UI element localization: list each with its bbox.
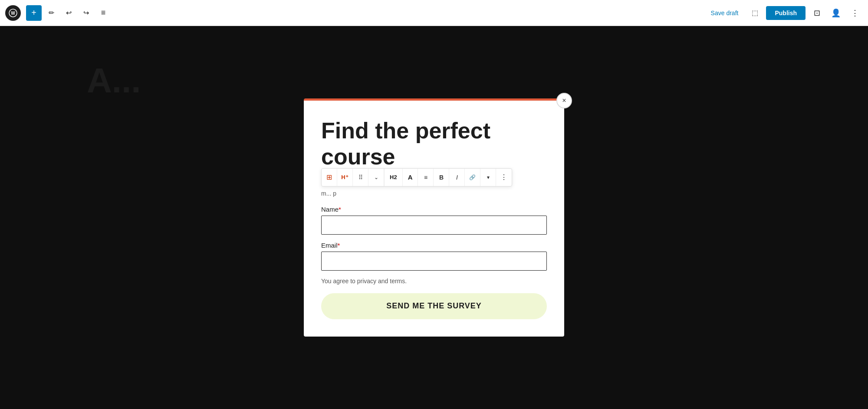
modal-title: Find the perfect course (321, 118, 547, 170)
three-dots-icon: ⋮ (500, 173, 507, 181)
modal-subtext: m... p (321, 190, 547, 197)
link-button[interactable]: 🔗 (465, 169, 480, 186)
preview-button[interactable]: ⬚ (747, 5, 763, 21)
align-icon: ≡ (424, 174, 427, 181)
name-input[interactable] (321, 216, 547, 235)
sidebar-toggle-button[interactable]: ⊡ (809, 5, 825, 21)
more-icon: ⋮ (851, 8, 859, 18)
block-drag-button[interactable]: ⠿ (353, 169, 368, 186)
plus-icon (31, 8, 36, 18)
modal-content: Find the perfect course ⊞ H⁺ ⠿ ⌄ (304, 101, 564, 337)
toolbar-right: Save draft ⬚ Publish ⊡ 👤 ⋮ (706, 5, 863, 21)
modal-close-button[interactable]: × (556, 93, 572, 108)
bold-icon: B (439, 174, 444, 181)
name-required: * (339, 206, 341, 213)
chevron-icon: ⌄ (374, 174, 378, 180)
block-move-button[interactable]: ⌄ (368, 169, 384, 186)
submit-button[interactable]: SEND ME THE SURVEY (321, 293, 547, 319)
embed-icon: ⊞ (326, 173, 332, 181)
email-input[interactable] (321, 252, 547, 271)
pen-icon: ✏ (49, 9, 54, 17)
svg-text:W: W (11, 11, 15, 16)
italic-button[interactable]: I (449, 169, 465, 186)
publish-button[interactable]: Publish (766, 6, 806, 20)
modal-overlay: × Find the perfect course ⊞ H⁺ (0, 26, 868, 409)
heading-icon: H⁺ (341, 174, 348, 180)
chevron-down-icon: ▾ (487, 174, 490, 180)
bold-button[interactable]: B (434, 169, 449, 186)
drag-icon: ⠿ (358, 174, 363, 181)
italic-icon: I (456, 174, 458, 181)
wordpress-logo: W (5, 5, 21, 21)
undo-icon: ↩ (66, 9, 72, 17)
heading-level-button[interactable]: H2 (384, 169, 403, 186)
avatar-icon: 👤 (831, 8, 841, 18)
block-embed-button[interactable]: ⊞ (322, 169, 337, 186)
user-avatar-button[interactable]: 👤 (828, 5, 844, 21)
more-options-button[interactable]: ⋮ (847, 5, 863, 21)
redo-button[interactable]: ↪ (78, 5, 94, 21)
editor-area: A... × Find the perfect course ⊞ (0, 26, 868, 409)
name-field-group: Name* (321, 206, 547, 235)
block-toolbar: ⊞ H⁺ ⠿ ⌄ H2 A ≡ (321, 168, 512, 187)
tools-button[interactable]: ✏ (43, 5, 59, 21)
email-field-group: Email* (321, 242, 547, 271)
link-icon: 🔗 (469, 174, 476, 180)
sidebar-icon: ⊡ (814, 8, 820, 18)
text-color-button[interactable]: A (403, 169, 418, 186)
text-align-button[interactable]: ≡ (418, 169, 434, 186)
toolbar-left: W ✏ ↩ ↪ ≡ (5, 5, 111, 21)
more-rich-text-button[interactable]: ▾ (480, 169, 496, 186)
preview-icon: ⬚ (752, 9, 758, 17)
undo-button[interactable]: ↩ (61, 5, 76, 21)
privacy-text: You agree to privacy and terms. (321, 278, 547, 285)
email-required: * (338, 242, 340, 249)
list-icon: ≡ (101, 8, 106, 17)
block-more-options-button[interactable]: ⋮ (496, 169, 512, 186)
name-label: Name* (321, 206, 547, 213)
save-draft-button[interactable]: Save draft (706, 7, 744, 19)
add-block-button[interactable] (26, 5, 42, 21)
email-label: Email* (321, 242, 547, 249)
block-type-button[interactable]: H⁺ (337, 169, 353, 186)
close-icon: × (562, 97, 566, 105)
top-toolbar: W ✏ ↩ ↪ ≡ Save draft ⬚ Publish ⊡ 👤 (0, 0, 868, 26)
form-modal: × Find the perfect course ⊞ H⁺ (304, 98, 564, 337)
document-overview-button[interactable]: ≡ (95, 5, 111, 21)
redo-icon: ↪ (83, 9, 89, 17)
